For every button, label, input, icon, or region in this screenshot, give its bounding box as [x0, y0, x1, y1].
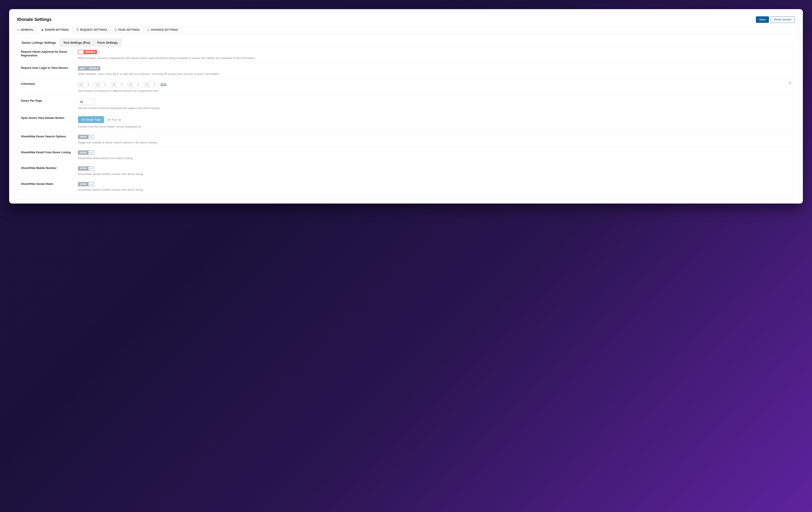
setting-body: SHOW PRO Show/Hide email address from do…	[78, 151, 791, 160]
reset-section-button[interactable]: Reset Section	[771, 16, 795, 23]
sliders-icon	[17, 28, 19, 31]
setting-description: Choose how the donor details should disp…	[78, 125, 791, 128]
svg-rect-4	[129, 84, 132, 86]
toggle-search-options[interactable]: SHOW PRO	[78, 135, 94, 139]
row-columns: Column(s) 3 3	[18, 79, 794, 96]
tools-icon	[147, 28, 150, 31]
settings-panel: IDonate Settings Save Reset Section GENE…	[13, 13, 799, 199]
setting-description: Show/Hide donors mobile number from dono…	[78, 188, 791, 191]
header-actions: Save Reset Section	[756, 16, 795, 23]
toggle-mobile[interactable]: SHOW PRO	[78, 166, 94, 171]
svg-rect-5	[146, 84, 148, 86]
setting-body: 3 3 3 2	[78, 82, 791, 92]
tab-request-settings[interactable]: REQUEST SETTINGS	[72, 26, 111, 33]
sub-tabs: Donor Listings Settings Text Settings (P…	[18, 38, 794, 47]
toggle-admin-approval[interactable]: DISABLE	[78, 50, 97, 54]
setting-body: SHOW PRO Show/Hide donors mobile number …	[78, 166, 791, 176]
svg-rect-0	[77, 29, 78, 31]
setting-label: Show/Hide Social Share	[21, 182, 75, 192]
column-value: 1	[150, 82, 159, 87]
setting-label: Require Admin Approval for Donor Registr…	[21, 50, 75, 60]
setting-label: Donor Per Page	[21, 99, 75, 110]
svg-rect-1	[80, 84, 82, 85]
column-value: 3	[117, 82, 126, 87]
setting-description: Toggle the visibility of donor search op…	[78, 141, 791, 144]
svg-rect-3	[113, 84, 115, 85]
setting-description: Show/Hide donors mobile number from dono…	[78, 172, 791, 176]
toggle-knob: PRO	[89, 135, 94, 139]
setting-description: Set number of column(s) in different dev…	[78, 89, 791, 92]
column-laptop[interactable]: 3	[111, 82, 126, 87]
laptop-icon	[111, 82, 117, 87]
subtab-donor-listings-settings[interactable]: Donor Listings Settings	[18, 38, 60, 47]
setting-label: Show/Hide Mobile Number	[21, 166, 75, 176]
setting-description: When enabled, all donor registrations wi…	[78, 56, 791, 60]
toggle-state-label: SHOW	[78, 166, 88, 171]
desktop-icon	[95, 82, 100, 87]
toggle-knob: PRO	[89, 151, 94, 154]
tab-page-settings[interactable]: PAGE SETTINGS	[111, 26, 143, 33]
column-tablet[interactable]: 2	[127, 82, 143, 87]
panel-header: IDonate Settings Save Reset Section	[13, 13, 799, 26]
help-icon[interactable]: ?	[788, 81, 791, 84]
tab-label: DONOR SETTINGS	[45, 28, 69, 31]
toggle-social-share[interactable]: SHOW PRO	[78, 182, 94, 186]
setting-body: DISABLE When enabled, all donor registra…	[78, 50, 791, 60]
desktop-large-icon	[78, 82, 84, 87]
save-button[interactable]: Save	[756, 16, 769, 23]
toggle-knob: PRO	[89, 182, 94, 186]
toggle-email[interactable]: SHOW PRO	[78, 151, 94, 155]
option-on-pop-up[interactable]: On Pop Up	[104, 116, 124, 123]
settings-list: Require Admin Approval for Donor Registr…	[18, 47, 794, 195]
setting-label: Require User Login to View Donors	[21, 66, 75, 76]
tab-general[interactable]: GENERAL	[13, 26, 37, 33]
column-value: 3	[100, 82, 109, 87]
subtab-text-settings-pro[interactable]: Text Settings (Pro)	[60, 38, 94, 47]
document-icon	[114, 28, 117, 31]
toggle-knob	[78, 50, 84, 54]
toggle-state-label: SHOW	[78, 182, 88, 186]
setting-description: When enabled, users must log in to view …	[78, 72, 791, 76]
page-title: IDonate Settings	[17, 17, 52, 22]
subtab-form-settings[interactable]: Form Settings	[93, 38, 121, 47]
row-show-hide-mobile: Show/Hide Mobile Number SHOW PRO Show/Hi…	[18, 163, 794, 179]
toggle-state-label: SHOW	[78, 135, 88, 139]
setting-body: On Single Page On Pop Up Choose how the …	[78, 116, 791, 128]
setting-description: Set the number of donors displayed per p…	[78, 106, 791, 110]
donor-per-page-input[interactable]	[78, 99, 94, 105]
toggle-knob: PRO	[89, 167, 94, 170]
svg-rect-2	[96, 84, 98, 85]
column-desktop[interactable]: 3	[94, 82, 110, 87]
setting-body: PRO DISABLE When enabled, users must log…	[78, 66, 791, 76]
tab-label: GENERAL	[21, 28, 34, 31]
setting-label: Show/Hide Email From Donor Listing	[21, 151, 75, 160]
tab-advance-settings[interactable]: ADVANCE SETTINGS	[144, 26, 182, 33]
column-desktop-large[interactable]: 3	[78, 82, 93, 87]
clipboard-icon	[76, 28, 79, 31]
setting-body: Set the number of donors displayed per p…	[78, 99, 791, 110]
toggle-require-login[interactable]: PRO DISABLE	[78, 66, 100, 71]
option-on-single-page[interactable]: On Single Page	[78, 116, 104, 123]
setting-description: Show/Hide email address from donor listi…	[78, 157, 791, 160]
mobile-icon	[144, 82, 150, 87]
toggle-state-label: SHOW	[78, 151, 88, 155]
content-area: Donor Listings Settings Text Settings (P…	[13, 34, 799, 199]
tab-label: REQUEST SETTINGS	[80, 28, 107, 31]
columns-controls: 3 3 3 2	[78, 82, 791, 87]
pro-badge: PRO	[78, 66, 87, 71]
column-mobile[interactable]: 1	[144, 82, 159, 87]
row-show-hide-search-options: Show/Hide Donor Search Options SHOW PRO …	[18, 131, 794, 147]
row-require-login-view-donors: Require User Login to View Donors PRO DI…	[18, 63, 794, 79]
tab-donor-settings[interactable]: DONOR SETTINGS	[37, 26, 72, 34]
row-show-hide-email: Show/Hide Email From Donor Listing SHOW …	[18, 147, 794, 163]
tab-label: ADVANCE SETTINGS	[151, 28, 178, 31]
toggle-state-label: DISABLE	[84, 50, 97, 54]
main-tabs: GENERAL DONOR SETTINGS REQUEST SETTINGS …	[13, 26, 799, 34]
setting-label: Show/Hide Donor Search Options	[21, 135, 75, 144]
droplet-icon	[41, 28, 44, 31]
setting-body: SHOW PRO Show/Hide donors mobile number …	[78, 182, 791, 192]
column-value: 3	[84, 82, 93, 87]
row-show-hide-social-share: Show/Hide Social Share SHOW PRO Show/Hid…	[18, 179, 794, 195]
setting-label: Column(s)	[21, 82, 75, 92]
app-window: IDonate Settings Save Reset Section GENE…	[9, 9, 803, 204]
